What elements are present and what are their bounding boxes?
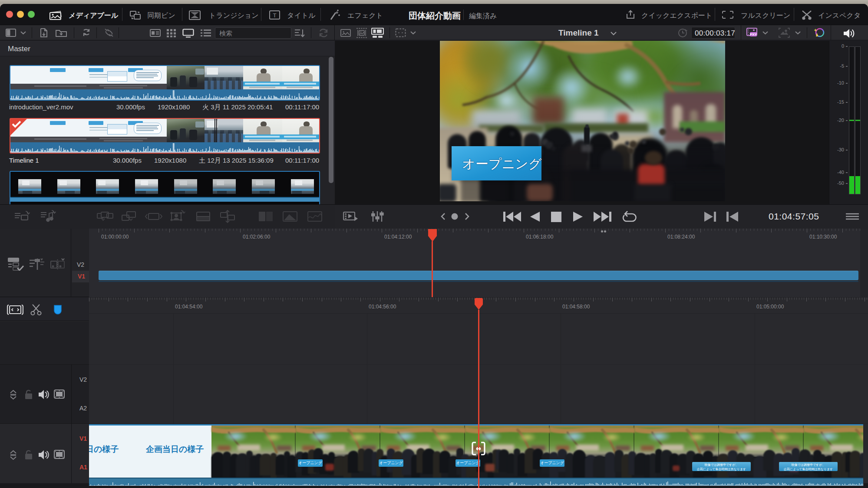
svg-text:PXY: PXY <box>750 33 757 36</box>
svg-text:T: T <box>273 12 277 19</box>
